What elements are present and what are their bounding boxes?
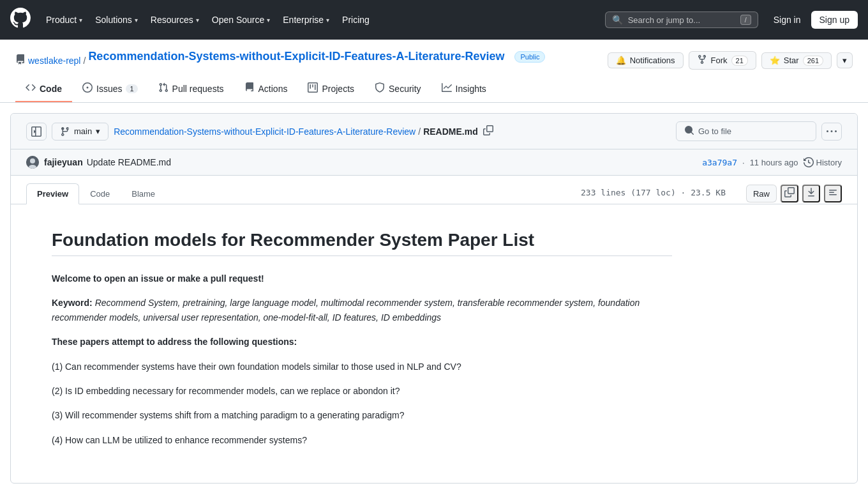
keyword-values: Recommend System, pretraining, large lan… bbox=[52, 298, 640, 322]
author-avatar bbox=[26, 156, 39, 169]
repo-title-row: Recommendation-Systems-without-Explicit-… bbox=[88, 50, 545, 63]
preview-tab[interactable]: Preview bbox=[26, 183, 79, 204]
branch-selector[interactable]: main ▾ bbox=[52, 123, 108, 141]
commit-message: Update README.md bbox=[87, 157, 171, 167]
readme-section-title: These papers attempt to address the foll… bbox=[52, 335, 672, 349]
sidebar-toggle-button[interactable] bbox=[26, 123, 47, 141]
copy-path-button[interactable] bbox=[483, 125, 493, 138]
commit-time: 11 hours ago bbox=[750, 158, 798, 167]
issue-icon bbox=[82, 82, 93, 95]
search-icon bbox=[684, 125, 694, 137]
chevron-down-icon: ▾ bbox=[135, 17, 138, 24]
file-stats: 233 lines (177 loc) · 23.5 KB bbox=[581, 188, 726, 197]
search-icon: 🔍 bbox=[612, 15, 623, 25]
nav-solutions[interactable]: Solutions ▾ bbox=[90, 11, 143, 29]
star-count: 261 bbox=[803, 56, 823, 66]
repo-action-buttons: 🔔 Notifications Fork 21 ⭐ Star 261 ▾ bbox=[608, 51, 853, 70]
code-icon bbox=[26, 82, 36, 95]
repo-name-link[interactable]: Recommendation-Systems-without-Explicit-… bbox=[88, 50, 504, 63]
breadcrumb: Recommendation-Systems-without-Explicit-… bbox=[114, 125, 671, 138]
tab-issues[interactable]: Issues 1 bbox=[72, 76, 148, 102]
repo-icon bbox=[15, 54, 26, 66]
file-actions: Raw bbox=[746, 185, 842, 202]
file-view-tabs: Preview Code Blame 233 lines (177 loc) ·… bbox=[11, 176, 857, 204]
notifications-button[interactable]: 🔔 Notifications bbox=[608, 52, 684, 68]
readme-question-4: (4) How can LLM be utilized to enhance r… bbox=[52, 433, 672, 447]
commit-author[interactable]: fajieyuan bbox=[44, 157, 83, 167]
repo-header: westlake-repl / Recommendation-Systems-w… bbox=[0, 40, 868, 103]
tab-code[interactable]: Code bbox=[15, 76, 72, 102]
nav-resources[interactable]: Resources ▾ bbox=[146, 11, 204, 29]
tab-pull-requests[interactable]: Pull requests bbox=[148, 76, 234, 102]
commit-row: fajieyuan Update README.md a3a79a7 · 11 … bbox=[11, 149, 857, 176]
nav-enterprise[interactable]: Enterprise ▾ bbox=[278, 11, 334, 29]
readme-keywords: Keyword: Recommend System, pretraining, … bbox=[52, 296, 672, 324]
file-container: main ▾ Recommendation-Systems-without-Ex… bbox=[10, 113, 858, 484]
main-nav: Product ▾ Solutions ▾ Resources ▾ Open S… bbox=[41, 11, 595, 29]
nav-pricing[interactable]: Pricing bbox=[337, 11, 375, 29]
breadcrumb-separator: / bbox=[418, 126, 421, 137]
security-icon bbox=[375, 82, 385, 95]
tab-insights[interactable]: Insights bbox=[431, 76, 497, 102]
tab-actions[interactable]: Actions bbox=[234, 76, 298, 102]
blame-tab[interactable]: Blame bbox=[121, 183, 166, 204]
commit-hash[interactable]: a3a79a7 bbox=[702, 158, 737, 167]
copy-content-button[interactable] bbox=[781, 185, 798, 202]
file-toolbar: main ▾ Recommendation-Systems-without-Ex… bbox=[11, 114, 857, 149]
repo-visibility-badge: Public bbox=[514, 51, 545, 63]
github-logo-icon[interactable] bbox=[10, 8, 31, 33]
breadcrumb-file: README.md bbox=[423, 126, 478, 137]
repo-path: westlake-repl / Recommendation-Systems-w… bbox=[15, 50, 853, 71]
tab-projects[interactable]: Projects bbox=[297, 76, 364, 102]
chevron-down-icon: ▾ bbox=[79, 17, 82, 24]
bell-icon: 🔔 bbox=[616, 56, 626, 65]
issues-badge: 1 bbox=[126, 84, 137, 93]
auth-buttons: Sign in Sign up bbox=[768, 11, 858, 29]
chevron-down-icon: ▾ bbox=[196, 17, 199, 24]
more-options-button[interactable]: ▾ bbox=[837, 52, 853, 68]
chevron-down-icon: ▾ bbox=[326, 17, 329, 24]
chevron-down-icon: ▾ bbox=[96, 126, 100, 136]
nav-open-source[interactable]: Open Source ▾ bbox=[207, 11, 276, 29]
readme-content: Foundation models for Recommender System… bbox=[11, 204, 713, 483]
star-icon: ⭐ bbox=[770, 56, 780, 65]
commit-meta: a3a79a7 · 11 hours ago History bbox=[702, 157, 842, 167]
star-button[interactable]: ⭐ Star 261 bbox=[761, 52, 832, 69]
svg-point-1 bbox=[30, 158, 35, 164]
fork-icon bbox=[697, 54, 707, 66]
sign-up-button[interactable]: Sign up bbox=[811, 11, 858, 29]
fork-count: 21 bbox=[731, 56, 748, 66]
readme-intro: Welcome to open an issue or make a pull … bbox=[52, 271, 672, 286]
repo-owner-link[interactable]: westlake-repl bbox=[28, 56, 80, 66]
projects-icon bbox=[308, 82, 318, 95]
outline-button[interactable] bbox=[824, 185, 842, 202]
readme-question-1: (1) Can recommender systems have their o… bbox=[52, 360, 672, 374]
download-button[interactable] bbox=[802, 185, 820, 202]
insights-icon bbox=[442, 82, 452, 95]
raw-button[interactable]: Raw bbox=[746, 185, 777, 202]
repo-tabs: Code Issues 1 Pull requests Actions Pr bbox=[15, 76, 853, 102]
readme-title: Foundation models for Recommender System… bbox=[52, 230, 672, 256]
keyword-label: Keyword: bbox=[52, 298, 93, 308]
fork-button[interactable]: Fork 21 bbox=[689, 51, 756, 70]
search-kbd: / bbox=[740, 15, 751, 25]
breadcrumb-repo-link[interactable]: Recommendation-Systems-without-Explicit-… bbox=[114, 126, 415, 137]
code-tab[interactable]: Code bbox=[79, 183, 121, 204]
pr-icon bbox=[158, 82, 168, 95]
more-options-button[interactable] bbox=[821, 123, 842, 141]
chevron-down-icon: ▾ bbox=[267, 17, 270, 24]
go-to-file-search[interactable]: Go to file bbox=[676, 121, 816, 141]
readme-question-3: (3) Will recommender systems shift from … bbox=[52, 408, 672, 422]
history-button[interactable]: History bbox=[804, 157, 842, 167]
repo-path-separator: / bbox=[83, 56, 86, 66]
global-search[interactable]: 🔍 Search or jump to... / bbox=[605, 11, 758, 28]
sign-in-button[interactable]: Sign in bbox=[768, 11, 806, 28]
nav-product[interactable]: Product ▾ bbox=[41, 11, 87, 29]
commit-separator: · bbox=[742, 158, 745, 167]
tab-security[interactable]: Security bbox=[364, 76, 431, 102]
readme-question-2: (2) Is ID embedding necessary for recomm… bbox=[52, 384, 672, 398]
actions-icon bbox=[244, 82, 255, 95]
